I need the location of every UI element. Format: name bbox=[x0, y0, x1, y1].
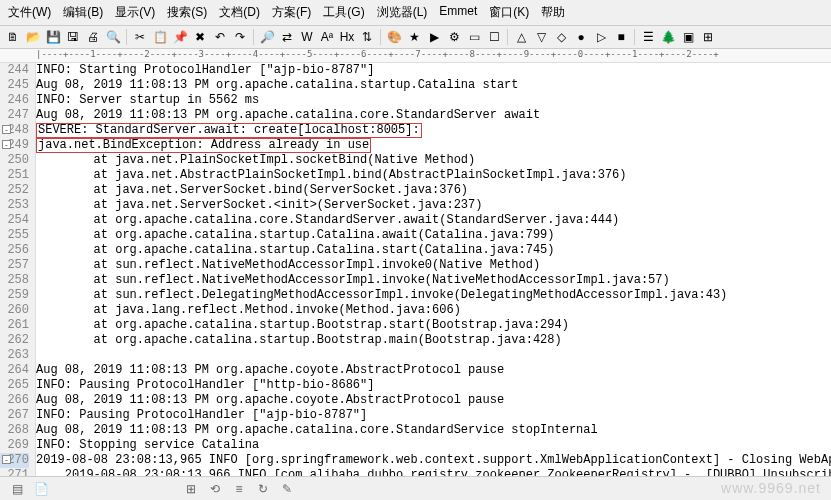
editor-area[interactable]: 244245246247248-249-25025125225325425525… bbox=[0, 63, 831, 500]
a-icon[interactable]: △ bbox=[512, 28, 530, 46]
line-number: 263 bbox=[0, 348, 29, 363]
code-line[interactable]: at java.net.ServerSocket.<init>(ServerSo… bbox=[36, 198, 831, 213]
code-line[interactable]: INFO: Stopping service Catalina bbox=[36, 438, 831, 453]
code-line[interactable]: at java.net.PlainSocketImpl.socketBind(N… bbox=[36, 153, 831, 168]
word-icon[interactable]: W bbox=[298, 28, 316, 46]
fold-toggle[interactable]: - bbox=[2, 125, 11, 134]
status-doc-icon[interactable]: 📄 bbox=[32, 480, 50, 498]
status-fold-icon[interactable]: ⊞ bbox=[182, 480, 200, 498]
code-line[interactable]: INFO: Pausing ProtocolHandler ["ajp-bio-… bbox=[36, 408, 831, 423]
toggle-icon[interactable]: ☐ bbox=[485, 28, 503, 46]
code-line[interactable]: Aug 08, 2019 11:08:13 PM org.apache.coyo… bbox=[36, 393, 831, 408]
status-bar: ▤ 📄 ⊞ ⟲ ≡ ↻ ✎ bbox=[0, 476, 831, 500]
term-icon[interactable]: ▣ bbox=[679, 28, 697, 46]
code-line[interactable]: at org.apache.catalina.startup.Catalina.… bbox=[36, 228, 831, 243]
code-line[interactable]: Aug 08, 2019 11:08:13 PM org.apache.coyo… bbox=[36, 363, 831, 378]
code-line[interactable]: at org.apache.catalina.core.StandardServ… bbox=[36, 213, 831, 228]
new-icon[interactable]: 🗎 bbox=[4, 28, 22, 46]
cut-icon[interactable]: ✂ bbox=[131, 28, 149, 46]
code-line[interactable]: at sun.reflect.DelegatingMethodAccessorI… bbox=[36, 288, 831, 303]
menu-view[interactable]: 显示(V) bbox=[111, 2, 159, 23]
line-number: 266 bbox=[0, 393, 29, 408]
code-line[interactable]: INFO: Starting ProtocolHandler ["ajp-bio… bbox=[36, 63, 831, 78]
status-pen-icon[interactable]: ✎ bbox=[278, 480, 296, 498]
b-icon[interactable]: ▽ bbox=[532, 28, 550, 46]
menu-window[interactable]: 窗口(K) bbox=[485, 2, 533, 23]
line-number: 259 bbox=[0, 288, 29, 303]
code-line[interactable]: SEVERE: StandardServer.await: create[loc… bbox=[36, 123, 831, 138]
tree-icon[interactable]: 🌲 bbox=[659, 28, 677, 46]
line-number-gutter: 244245246247248-249-25025125225325425525… bbox=[0, 63, 36, 500]
fold-toggle[interactable]: - bbox=[2, 455, 11, 464]
menu-emmet[interactable]: Emmet bbox=[435, 2, 481, 23]
macro-icon[interactable]: ● bbox=[572, 28, 590, 46]
redo-icon[interactable]: ↷ bbox=[231, 28, 249, 46]
split-icon[interactable]: ⊞ bbox=[699, 28, 717, 46]
code-line[interactable] bbox=[36, 348, 831, 363]
menu-file[interactable]: 文件(W) bbox=[4, 2, 55, 23]
line-number: 270- bbox=[0, 453, 29, 468]
rect-icon[interactable]: ▭ bbox=[465, 28, 483, 46]
line-number: 261 bbox=[0, 318, 29, 333]
list-icon[interactable]: ☰ bbox=[639, 28, 657, 46]
status-link-icon[interactable]: ⟲ bbox=[206, 480, 224, 498]
status-refresh-icon[interactable]: ↻ bbox=[254, 480, 272, 498]
menu-search[interactable]: 搜索(S) bbox=[163, 2, 211, 23]
compare-icon[interactable]: ⇅ bbox=[358, 28, 376, 46]
code-line[interactable]: 2019-08-08 23:08:13,965 INFO [org.spring… bbox=[36, 453, 831, 468]
line-number: 258 bbox=[0, 273, 29, 288]
copy-icon[interactable]: 📋 bbox=[151, 28, 169, 46]
bookmark-icon[interactable]: ★ bbox=[405, 28, 423, 46]
line-number: 252 bbox=[0, 183, 29, 198]
line-number: 254 bbox=[0, 213, 29, 228]
code-line[interactable]: INFO: Pausing ProtocolHandler ["http-bio… bbox=[36, 378, 831, 393]
replace-icon[interactable]: ⇄ bbox=[278, 28, 296, 46]
saveall-icon[interactable]: 🖫 bbox=[64, 28, 82, 46]
status-file-icon[interactable]: ▤ bbox=[8, 480, 26, 498]
preview-icon[interactable]: 🔍 bbox=[104, 28, 122, 46]
code-line[interactable]: Aug 08, 2019 11:08:13 PM org.apache.cata… bbox=[36, 78, 831, 93]
c-icon[interactable]: ◇ bbox=[552, 28, 570, 46]
line-number: 260 bbox=[0, 303, 29, 318]
status-list-icon[interactable]: ≡ bbox=[230, 480, 248, 498]
menu-docs[interactable]: 文档(D) bbox=[215, 2, 264, 23]
line-number: 245 bbox=[0, 78, 29, 93]
text-icon[interactable]: Aª bbox=[318, 28, 336, 46]
stop-icon[interactable]: ■ bbox=[612, 28, 630, 46]
menu-project[interactable]: 方案(F) bbox=[268, 2, 315, 23]
menu-help[interactable]: 帮助 bbox=[537, 2, 569, 23]
undo-icon[interactable]: ↶ bbox=[211, 28, 229, 46]
line-number: 265 bbox=[0, 378, 29, 393]
code-line[interactable]: at sun.reflect.NativeMethodAccessorImpl.… bbox=[36, 258, 831, 273]
fold-toggle[interactable]: - bbox=[2, 140, 11, 149]
print-icon[interactable]: 🖨 bbox=[84, 28, 102, 46]
paste-icon[interactable]: 📌 bbox=[171, 28, 189, 46]
play-icon[interactable]: ▷ bbox=[592, 28, 610, 46]
code-line[interactable]: at org.apache.catalina.startup.Bootstrap… bbox=[36, 333, 831, 348]
save-icon[interactable]: 💾 bbox=[44, 28, 62, 46]
hex-icon[interactable]: Hx bbox=[338, 28, 356, 46]
code-content[interactable]: INFO: Starting ProtocolHandler ["ajp-bio… bbox=[36, 63, 831, 500]
menu-tools[interactable]: 工具(G) bbox=[319, 2, 368, 23]
menu-browser[interactable]: 浏览器(L) bbox=[373, 2, 432, 23]
code-line[interactable]: Aug 08, 2019 11:08:13 PM org.apache.cata… bbox=[36, 423, 831, 438]
code-line[interactable]: at org.apache.catalina.startup.Catalina.… bbox=[36, 243, 831, 258]
code-line[interactable]: at java.net.AbstractPlainSocketImpl.bind… bbox=[36, 168, 831, 183]
line-number: 264 bbox=[0, 363, 29, 378]
color-icon[interactable]: 🎨 bbox=[385, 28, 403, 46]
delete-icon[interactable]: ✖ bbox=[191, 28, 209, 46]
code-line[interactable]: java.net.BindException: Address already … bbox=[36, 138, 831, 153]
line-number: 250 bbox=[0, 153, 29, 168]
open-icon[interactable]: 📂 bbox=[24, 28, 42, 46]
code-line[interactable]: Aug 08, 2019 11:08:13 PM org.apache.cata… bbox=[36, 108, 831, 123]
code-line[interactable]: at java.lang.reflect.Method.invoke(Metho… bbox=[36, 303, 831, 318]
build-icon[interactable]: ⚙ bbox=[445, 28, 463, 46]
code-line[interactable]: at org.apache.catalina.startup.Bootstrap… bbox=[36, 318, 831, 333]
code-line[interactable]: at sun.reflect.NativeMethodAccessorImpl.… bbox=[36, 273, 831, 288]
menu-edit[interactable]: 编辑(B) bbox=[59, 2, 107, 23]
menu-bar: 文件(W) 编辑(B) 显示(V) 搜索(S) 文档(D) 方案(F) 工具(G… bbox=[0, 0, 831, 26]
code-line[interactable]: at java.net.ServerSocket.bind(ServerSock… bbox=[36, 183, 831, 198]
run-icon[interactable]: ▶ bbox=[425, 28, 443, 46]
find-icon[interactable]: 🔎 bbox=[258, 28, 276, 46]
code-line[interactable]: INFO: Server startup in 5562 ms bbox=[36, 93, 831, 108]
